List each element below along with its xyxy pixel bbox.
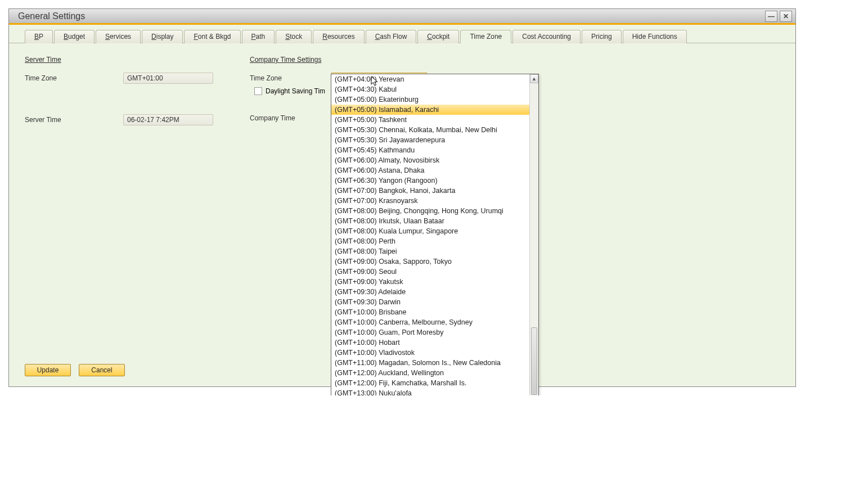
timezone-option[interactable]: (GMT+05:45) Kathmandu — [331, 145, 529, 155]
tab-path[interactable]: Path — [242, 30, 275, 43]
timezone-option[interactable]: (GMT+08:00) Beijing, Chongqing, Hong Kon… — [331, 206, 529, 216]
timezone-option[interactable]: (GMT+10:00) Brisbane — [331, 307, 529, 317]
timezone-option[interactable]: (GMT+09:30) Adelaide — [331, 287, 529, 297]
server-timezone-label: Time Zone — [25, 74, 123, 82]
tab-cash-flow[interactable]: Cash Flow — [366, 30, 417, 43]
tab-resources[interactable]: Resources — [313, 30, 364, 43]
timezone-option[interactable]: (GMT+11:00) Magadan, Solomon Is., New Ca… — [331, 358, 529, 368]
timezone-option[interactable]: (GMT+12:00) Auckland, Wellington — [331, 368, 529, 378]
tabs-row: BPBudgetServicesDisplayFont & BkgdPathSt… — [9, 25, 795, 43]
update-button[interactable]: Update — [25, 364, 71, 376]
tab-bp[interactable]: BP — [25, 30, 53, 43]
tab-cockpit[interactable]: Cockpit — [417, 30, 459, 43]
timezone-option[interactable]: (GMT+08:00) Kuala Lumpur, Singapore — [331, 226, 529, 236]
tab-time-zone[interactable]: Time Zone — [460, 30, 511, 43]
timezone-option[interactable]: (GMT+06:00) Almaty, Novosibirsk — [331, 155, 529, 165]
tab-display[interactable]: Display — [142, 30, 183, 43]
timezone-option[interactable]: (GMT+07:00) Bangkok, Hanoi, Jakarta — [331, 186, 529, 196]
timezone-option[interactable]: (GMT+06:00) Astana, Dhaka — [331, 165, 529, 176]
timezone-option[interactable]: (GMT+09:00) Osaka, Sapporo, Tokyo — [331, 256, 529, 267]
tab-content: Server Time Time Zone GMT+01:00 Server T… — [9, 43, 795, 358]
timezone-option[interactable]: (GMT+05:00) Ekaterinburg — [331, 94, 529, 105]
tab-services[interactable]: Services — [96, 30, 141, 43]
titlebar: General Settings — ✕ — [9, 9, 795, 25]
window-controls: — ✕ — [765, 11, 792, 22]
timezone-option[interactable]: (GMT+04:00) Yerevan — [331, 74, 529, 84]
tab-stock[interactable]: Stock — [276, 30, 312, 43]
dst-label: Daylight Saving Tim — [266, 87, 325, 95]
timezone-option[interactable]: (GMT+09:00) Seoul — [331, 267, 529, 277]
timezone-option[interactable]: (GMT+08:00) Irkutsk, Ulaan Bataar — [331, 216, 529, 226]
tab-cost-accounting[interactable]: Cost Accounting — [512, 30, 581, 43]
company-timezone-label: Time Zone — [250, 74, 331, 82]
scroll-thumb[interactable] — [531, 327, 537, 395]
close-button[interactable]: ✕ — [780, 11, 792, 22]
timezone-option[interactable]: (GMT+04:30) Kabul — [331, 84, 529, 94]
server-time-label: Server Time — [25, 116, 123, 124]
timezone-option[interactable]: (GMT+05:30) Sri Jayawardenepura — [331, 135, 529, 145]
dropdown-scrollbar[interactable]: ▲ ▼ — [529, 74, 538, 395]
timezone-option[interactable]: (GMT+07:00) Krasnoyarsk — [331, 196, 529, 206]
server-time-header: Server Time — [25, 56, 250, 64]
timezone-option[interactable]: (GMT+13:00) Nuku'alofa — [331, 388, 529, 395]
tab-pricing[interactable]: Pricing — [582, 30, 622, 43]
timezone-option[interactable]: (GMT+12:00) Fiji, Kamchatka, Marshall Is… — [331, 378, 529, 388]
tab-hide-functions[interactable]: Hide Functions — [623, 30, 687, 43]
timezone-option[interactable]: (GMT+10:00) Vladivostok — [331, 348, 529, 358]
timezone-option[interactable]: (GMT+05:00) Tashkent — [331, 115, 529, 125]
window-title: General Settings — [12, 11, 85, 21]
scroll-up-arrow-icon[interactable]: ▲ — [530, 74, 538, 83]
tab-budget[interactable]: Budget — [54, 30, 95, 43]
dst-checkbox[interactable] — [254, 87, 262, 95]
timezone-option[interactable]: (GMT+08:00) Perth — [331, 236, 529, 246]
cancel-button[interactable]: Cancel — [79, 364, 125, 376]
timezone-option[interactable]: (GMT+05:00) Islamabad, Karachi — [331, 105, 529, 115]
server-time-section: Server Time Time Zone GMT+01:00 Server T… — [25, 56, 250, 129]
timezone-option[interactable]: (GMT+08:00) Taipei — [331, 246, 529, 256]
timezone-option[interactable]: (GMT+09:00) Yakutsk — [331, 277, 529, 287]
timezone-option[interactable]: (GMT+10:00) Canberra, Melbourne, Sydney — [331, 317, 529, 327]
timezone-option[interactable]: (GMT+10:00) Hobart — [331, 338, 529, 348]
company-time-section: Company Time Settings Time Zone (GMT+05:… — [250, 56, 780, 129]
timezone-option[interactable]: (GMT+10:00) Guam, Port Moresby — [331, 327, 529, 338]
company-time-header: Company Time Settings — [250, 56, 780, 64]
server-timezone-value: GMT+01:00 — [123, 73, 213, 84]
timezone-option[interactable]: (GMT+05:30) Chennai, Kolkata, Mumbai, Ne… — [331, 125, 529, 135]
timezone-option[interactable]: (GMT+09:30) Darwin — [331, 297, 529, 307]
server-time-value: 06-02-17 7:42PM — [123, 114, 213, 125]
timezone-dropdown-list: (GMT+04:00) Yerevan(GMT+04:30) Kabul(GMT… — [331, 74, 539, 395]
timezone-option[interactable]: (GMT+06:30) Yangon (Rangoon) — [331, 176, 529, 186]
general-settings-window: General Settings — ✕ BPBudgetServicesDis… — [8, 8, 796, 387]
minimize-button[interactable]: — — [765, 11, 777, 22]
company-time-label: Company Time — [250, 114, 331, 122]
tab-font-bkgd[interactable]: Font & Bkgd — [184, 30, 240, 43]
